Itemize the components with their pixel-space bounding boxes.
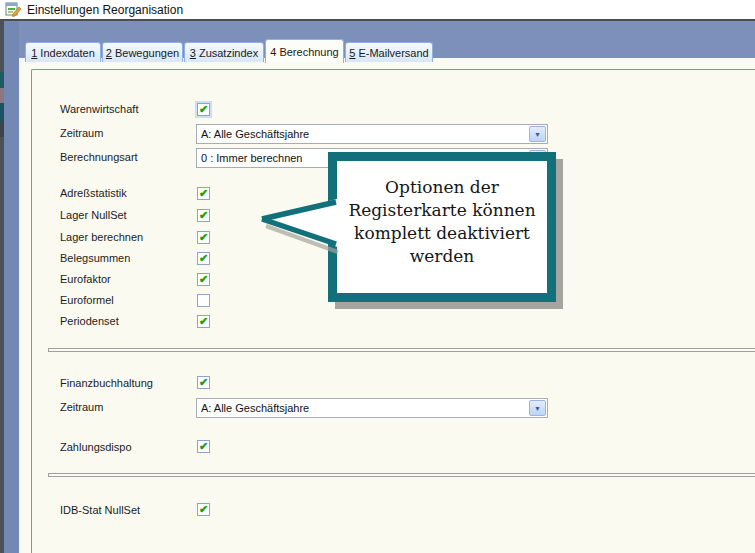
tab-number: 2 xyxy=(106,47,112,59)
tab-berechnung[interactable]: 4 Berechnung xyxy=(265,39,344,63)
tab-label: Indexdaten xyxy=(40,47,94,59)
chevron-down-icon[interactable]: ▼ xyxy=(529,400,546,416)
checkbox-lager-nullset[interactable]: ✔ xyxy=(197,209,210,222)
checkbox-eurofaktor[interactable]: ✔ xyxy=(197,273,210,286)
window-titlebar: Einstellungen Reorganisation xyxy=(0,0,755,19)
left-edge-dark-strip xyxy=(0,21,4,553)
label-finanzbuchhaltung: Finanzbuchhaltung xyxy=(60,377,153,389)
section-divider xyxy=(48,348,755,352)
label-eurofaktor: Eurofaktor xyxy=(60,273,111,285)
tab-label: Berechnung xyxy=(279,46,338,58)
edge-segment xyxy=(0,88,4,103)
tab-number: 1 xyxy=(31,47,37,59)
label-zeitraum-1: Zeitraum xyxy=(60,127,103,139)
checkbox-idb-stat-nullset[interactable]: ✔ xyxy=(197,503,210,516)
dropdown-zeitraum-2[interactable]: A: Alle Geschäftsjahre ▼ xyxy=(196,398,548,418)
label-belegsummen: Belegsummen xyxy=(60,252,130,264)
checkbox-lager-berechnen[interactable]: ✔ xyxy=(197,231,210,244)
tab-zusatzindex[interactable]: 3 Zusatzindex xyxy=(184,42,264,62)
edge-segment xyxy=(0,121,4,137)
tab-number: 4 xyxy=(270,46,276,58)
settings-reorganisation-window: Einstellungen Reorganisation 1 Indexdate… xyxy=(0,0,755,553)
label-lager-berechnen: Lager berechnen xyxy=(60,231,143,243)
edge-segment xyxy=(0,103,4,121)
label-euroformel: Euroformel xyxy=(60,294,114,306)
label-berechnungsart: Berechnungsart xyxy=(60,151,138,163)
label-idb-stat-nullset: IDB-Stat NullSet xyxy=(60,504,140,516)
dropdown-value: A: Alle Geschäftsjahre xyxy=(201,128,309,140)
checkbox-belegsummen[interactable]: ✔ xyxy=(197,252,210,265)
checkbox-periodenset[interactable]: ✔ xyxy=(197,315,210,328)
label-lager-nullset: Lager NullSet xyxy=(60,209,127,221)
tab-emailversand[interactable]: 5 E-Mailversand xyxy=(345,42,433,62)
tab-bewegungen[interactable]: 2 Bewegungen xyxy=(102,42,183,62)
label-zahlungsdispo: Zahlungsdispo xyxy=(60,441,132,453)
label-periodenset: Periodenset xyxy=(60,315,119,327)
label-warenwirtschaft: Warenwirtschaft xyxy=(60,103,138,115)
callout-text: Optionen der Registerkarte können komple… xyxy=(347,176,537,268)
checkbox-euroformel[interactable] xyxy=(197,294,210,307)
checkbox-finanzbuchhaltung[interactable]: ✔ xyxy=(197,376,210,389)
tab-label: E-Mailversand xyxy=(358,47,428,59)
edge-segment xyxy=(0,72,4,88)
left-edge-blue-strip xyxy=(4,21,19,553)
window-title: Einstellungen Reorganisation xyxy=(27,3,183,17)
checkbox-zahlungsdispo[interactable]: ✔ xyxy=(197,440,210,453)
tab-label: Zusatzindex xyxy=(199,47,258,59)
tab-indexdaten[interactable]: 1 Indexdaten xyxy=(25,42,101,62)
checkbox-warenwirtschaft[interactable]: ✔ xyxy=(197,103,210,116)
label-zeitraum-2: Zeitraum xyxy=(60,401,103,413)
label-adressstatistik: Adreßstatistik xyxy=(60,187,127,199)
tab-number: 3 xyxy=(190,47,196,59)
window-icon xyxy=(5,1,21,17)
dropdown-value: A: Alle Geschäftsjahre xyxy=(201,402,309,414)
checkbox-adressstatistik[interactable]: ✔ xyxy=(197,187,210,200)
tab-number: 5 xyxy=(349,47,355,59)
tab-label: Bewegungen xyxy=(115,47,179,59)
title-separator-line xyxy=(0,19,755,21)
section-divider xyxy=(48,473,755,477)
